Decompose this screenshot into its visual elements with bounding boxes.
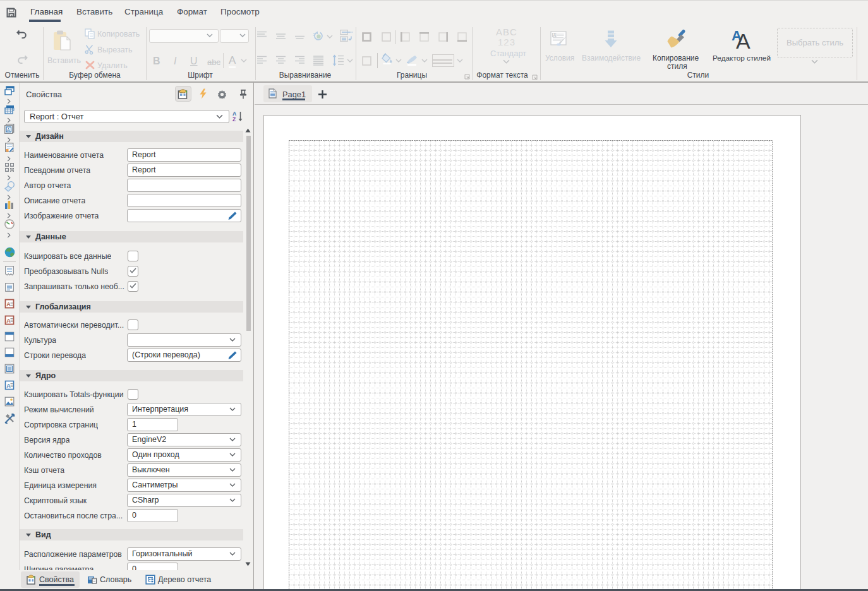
svg-text:A: A: [6, 383, 11, 389]
svg-text:A: A: [6, 301, 11, 307]
svg-text:A: A: [553, 33, 557, 37]
svg-text:Z: Z: [232, 116, 236, 122]
svg-text:A: A: [7, 128, 10, 132]
svg-text:A: A: [6, 318, 11, 324]
